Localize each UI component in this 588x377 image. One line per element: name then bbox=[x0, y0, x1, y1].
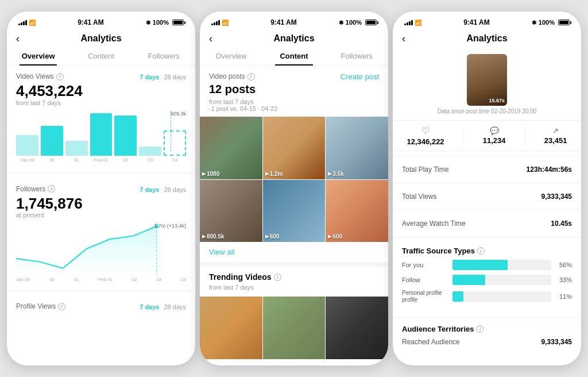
metric-value-2: 10.45s bbox=[551, 220, 572, 228]
status-bar-1: 📶 9:41 AM ✱ 100% bbox=[7, 11, 195, 30]
traffic-pct-0: 56% bbox=[556, 261, 572, 268]
grid-cell-4[interactable]: ▶ 600 bbox=[263, 180, 326, 243]
bar3-4 bbox=[411, 20, 413, 25]
status-bar-3: 📶 9:41 AM ✱ 100% bbox=[393, 11, 581, 30]
phone-1: 📶 9:41 AM ✱ 100% ‹ Analytics Overview Co… bbox=[7, 11, 195, 366]
back-button-1[interactable]: ‹ bbox=[16, 33, 20, 45]
tab-overview-1[interactable]: Overview bbox=[7, 47, 69, 65]
back-button-2[interactable]: ‹ bbox=[209, 33, 212, 45]
time-3: 9:41 AM bbox=[463, 18, 490, 26]
video-posts-label-wrap: Video posts i 12 posts bbox=[209, 72, 256, 96]
posts-count: 12 posts bbox=[209, 83, 256, 96]
chart-top-label-1: 909.3k bbox=[171, 111, 186, 117]
play-icon-2: ▶ bbox=[328, 171, 331, 176]
phones-container: 📶 9:41 AM ✱ 100% ‹ Analytics Overview Co… bbox=[0, 0, 588, 377]
stat-likes-value: 12,346,222 bbox=[407, 137, 444, 146]
bar1 bbox=[18, 24, 20, 25]
bluetooth-icon-3: ✱ bbox=[532, 20, 536, 26]
grid-cell-3[interactable]: ▶ 800.5k bbox=[200, 180, 262, 243]
traffic-bar-1 bbox=[452, 275, 485, 285]
trending-info: i bbox=[274, 274, 281, 281]
phone-3: 📶 9:41 AM ✱ 100% ‹ Analytics 15.67s Data… bbox=[393, 11, 581, 366]
post-date-line: Data since post time 02-20-2019 20:00 bbox=[393, 108, 581, 120]
create-post-link[interactable]: Create post bbox=[341, 72, 379, 81]
grid-cell-5[interactable]: ▶ 600 bbox=[326, 180, 388, 243]
trending-sub: from last 7 days bbox=[200, 284, 388, 294]
traffic-pct-1: 33% bbox=[556, 276, 572, 283]
profile-views-time: 7 days 28 days bbox=[140, 303, 186, 310]
phone-1-content: Video Views i 7 days 28 days 4,453,224 f… bbox=[7, 66, 195, 366]
bar-5 bbox=[139, 147, 161, 156]
7days-link-followers[interactable]: 7 days bbox=[140, 186, 159, 193]
signal-bars-3 bbox=[404, 20, 413, 25]
trending-cell-2[interactable] bbox=[326, 297, 388, 359]
tab-followers-1[interactable]: Followers bbox=[133, 47, 195, 65]
wifi-icon-1: 📶 bbox=[29, 20, 36, 26]
28days-link-views[interactable]: 28 days bbox=[164, 74, 186, 80]
grid-cell-2[interactable]: ▶ 3.5k bbox=[326, 117, 388, 179]
followers-chart: 1.7m (+13.4k) bbox=[16, 223, 186, 275]
phone-3-content: 15.67s Data since post time 02-20-2019 2… bbox=[393, 47, 581, 366]
tab-overview-2[interactable]: Overview bbox=[200, 47, 262, 65]
status-left-1: 📶 bbox=[18, 20, 36, 26]
status-bar-2: 📶 9:41 AM ✱ 100% bbox=[200, 11, 388, 30]
trending-cell-0[interactable] bbox=[200, 297, 262, 359]
bar-col-4: 02 bbox=[114, 116, 137, 163]
play-icon-1: ▶ bbox=[265, 171, 269, 176]
7days-link-profile[interactable]: 7 days bbox=[140, 303, 159, 310]
grid-overlay-2: ▶ 3.5k bbox=[328, 171, 343, 177]
followers-info: i bbox=[48, 185, 55, 193]
video-posts-header: Video posts i 12 posts Create post bbox=[200, 66, 388, 98]
bar3 bbox=[23, 21, 25, 25]
28days-link-profile[interactable]: 28 days bbox=[164, 303, 186, 310]
traffic-pct-2: 11% bbox=[556, 293, 572, 300]
grid-cell-0[interactable]: ▶ 1080 bbox=[200, 117, 262, 179]
phone-2-content: Video posts i 12 posts Create post from … bbox=[200, 66, 388, 366]
views-1: 1.2m bbox=[270, 171, 283, 177]
bar-6 bbox=[164, 130, 186, 156]
battery-pct-3: 100% bbox=[539, 19, 555, 26]
grid-overlay-5: ▶ 600 bbox=[328, 233, 342, 240]
signal-bars-1 bbox=[18, 20, 27, 25]
video-views-info: i bbox=[56, 73, 64, 80]
tabs-2: Overview Content Followers bbox=[200, 47, 388, 66]
back-button-3[interactable]: ‹ bbox=[402, 33, 405, 45]
metric-label-1: Total Views bbox=[402, 193, 436, 201]
video-views-time: 7 days 28 days bbox=[140, 74, 186, 80]
metric-label-0: Total Play Time bbox=[402, 166, 448, 174]
28days-link-followers[interactable]: 28 days bbox=[164, 186, 186, 193]
burger-img bbox=[263, 117, 326, 179]
stat-shares: ↗ 23,451 bbox=[544, 126, 567, 145]
city-img bbox=[200, 117, 262, 179]
tab-content-2[interactable]: Content bbox=[262, 47, 325, 65]
post-thumbnail: 15.67s bbox=[467, 54, 507, 106]
bluetooth-icon-2: ✱ bbox=[339, 20, 343, 26]
bar-col-5: 03 bbox=[139, 147, 161, 163]
traffic-bar-wrap-0 bbox=[452, 260, 551, 270]
dashed-line-1 bbox=[171, 111, 171, 151]
stat-divider-1 bbox=[463, 127, 464, 144]
posts-meta: from last 7 days -1 post vs. 04-15 · 04-… bbox=[200, 98, 388, 117]
bluetooth-icon-1: ✱ bbox=[146, 20, 150, 26]
bar2-2 bbox=[214, 22, 215, 25]
heart-icon: ♡ bbox=[421, 125, 430, 136]
stat-shares-value: 23,451 bbox=[544, 136, 567, 145]
7days-link-views[interactable]: 7 days bbox=[140, 74, 159, 80]
traffic-info: i bbox=[477, 247, 485, 255]
time-2: 9:41 AM bbox=[270, 18, 297, 26]
battery-pct-2: 100% bbox=[346, 19, 362, 26]
posts-meta-2: -1 post vs. 04-15 · 04-22 bbox=[209, 105, 379, 112]
video-views-value: 4,453,224 bbox=[16, 83, 186, 99]
metric-value-1: 9,333,345 bbox=[541, 193, 572, 201]
traffic-bar-0 bbox=[452, 260, 508, 270]
traffic-bar-wrap-2 bbox=[452, 291, 551, 302]
post-duration: 15.67s bbox=[489, 98, 505, 103]
metric-total-views: Total Views 9,333,345 bbox=[393, 188, 581, 205]
bar-0 bbox=[16, 135, 38, 156]
audience-label-0: Reached Audience bbox=[402, 338, 460, 346]
grid-cell-1[interactable]: ▶ 1.2m bbox=[263, 117, 326, 179]
tab-content-1[interactable]: Content bbox=[69, 47, 132, 65]
trending-cell-1[interactable] bbox=[263, 297, 326, 359]
view-all-link[interactable]: View all bbox=[200, 242, 388, 262]
tab-followers-2[interactable]: Followers bbox=[326, 47, 388, 65]
